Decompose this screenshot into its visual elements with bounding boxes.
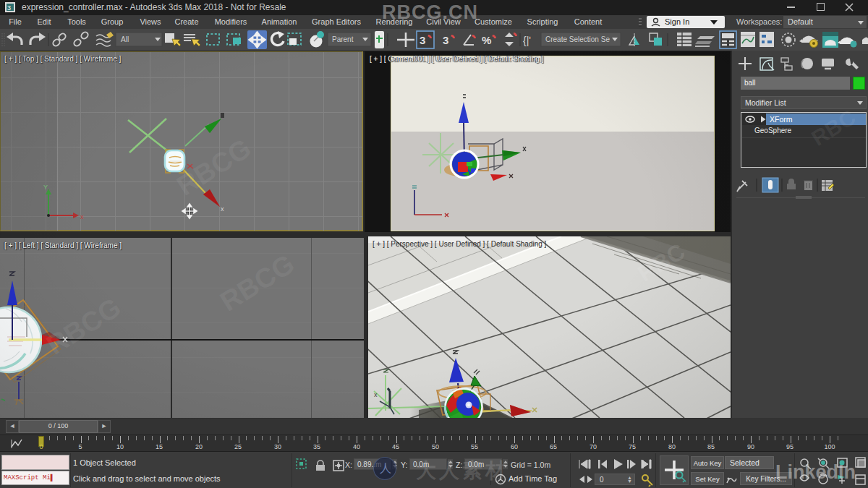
svg-text:3: 3	[420, 34, 425, 46]
svg-text:3: 3	[7, 4, 11, 12]
svg-text:All: All	[121, 35, 129, 43]
svg-text:{|ʹ: {|ʹ	[523, 35, 531, 46]
svg-text:%: %	[482, 34, 491, 46]
svg-text:x: x	[374, 391, 378, 398]
svg-text:3: 3	[443, 34, 448, 46]
svg-text:Parent: Parent	[332, 35, 354, 43]
svg-text:Y: Y	[43, 184, 48, 191]
svg-text:x: x	[80, 213, 84, 221]
svg-text:x: x	[221, 205, 224, 213]
svg-text:Create Selection Se: Create Selection Se	[545, 35, 610, 43]
